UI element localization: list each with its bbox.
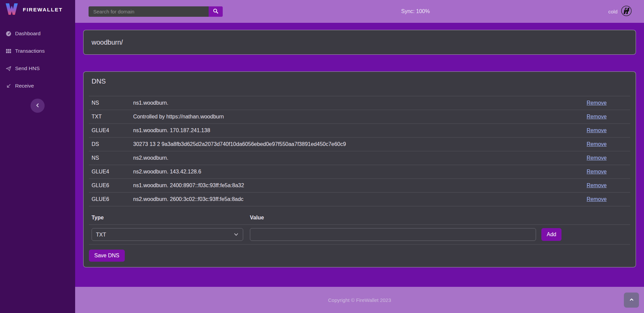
sidebar-item-label: Receive [15, 83, 34, 89]
record-type: GLUE6 [89, 179, 130, 193]
record-type: GLUE4 [89, 124, 130, 138]
add-record-button[interactable]: Add [541, 228, 561, 241]
domain-title: woodburn/ [92, 36, 628, 49]
sidebar-item-label: Dashboard [15, 31, 41, 37]
save-dns-button[interactable]: Save DNS [89, 250, 125, 262]
record-value: ns2.woodburn. 2600:3c02::f03c:93ff:fe5a:… [130, 193, 584, 206]
record-type: GLUE6 [89, 193, 130, 206]
table-row: NS ns2.woodburn. Remove [89, 151, 630, 165]
record-type: GLUE4 [89, 165, 130, 179]
record-remove-link[interactable]: Remove [587, 141, 607, 147]
dns-card: DNS NS ns1.woodburn. Remove TXT Controll… [83, 71, 636, 267]
table-row: DS 30273 13 2 9a3a8fb3d625d2a2073d740f10… [89, 138, 630, 151]
dashboard-icon [6, 31, 11, 37]
main-column: Sync: 100% cold [75, 0, 644, 313]
record-value: ns1.woodburn. 2400:8907::f03c:93ff:fe5a:… [130, 179, 584, 193]
search-button[interactable] [209, 6, 223, 17]
record-value: ns2.woodburn. 143.42.128.6 [130, 165, 584, 179]
record-type-select[interactable]: TXT [92, 228, 243, 241]
add-record-form: Type Value TXT [89, 206, 630, 245]
record-value: Controlled by https://nathan.woodburn [130, 110, 584, 124]
record-type: TXT [89, 110, 130, 124]
record-value-input[interactable] [250, 228, 536, 241]
record-remove-link[interactable]: Remove [587, 169, 607, 174]
table-row: TXT Controlled by https://nathan.woodbur… [89, 110, 630, 124]
receive-icon [6, 83, 11, 89]
sidebar-nav: Dashboard Transactions Send HNS [0, 25, 75, 95]
search-input[interactable] [89, 6, 209, 17]
sidebar-item-label: Send HNS [15, 65, 40, 71]
table-row: GLUE6 ns2.woodburn. 2600:3c02::f03c:93ff… [89, 193, 630, 206]
firewallet-logo-icon [5, 3, 19, 16]
record-remove-link[interactable]: Remove [587, 114, 607, 119]
table-row: GLUE4 ns2.woodburn. 143.42.128.6 Remove [89, 165, 630, 179]
type-select-cell: TXT [89, 225, 247, 245]
value-input-cell: Add [247, 225, 630, 245]
record-remove-link[interactable]: Remove [587, 182, 607, 188]
sidebar-item-label: Transactions [15, 48, 45, 54]
record-value: ns2.woodburn. [130, 151, 584, 165]
brand: FIREWALLET [0, 0, 75, 19]
record-value: 30273 13 2 9a3a8fb3d625d2a2073d740f10da6… [130, 138, 584, 151]
dns-records-body: NS ns1.woodburn. Remove TXT Controlled b… [89, 96, 630, 206]
sidebar-item-dashboard[interactable]: Dashboard [0, 25, 75, 42]
dns-records-table: NS ns1.woodburn. Remove TXT Controlled b… [89, 96, 630, 206]
domain-card: woodburn/ [83, 30, 636, 55]
chevron-left-icon [36, 103, 40, 108]
brand-title: FIREWALLET [23, 7, 63, 13]
value-column-header: Value [247, 206, 630, 225]
sync-status: Sync: 100% [401, 8, 430, 14]
search-icon [213, 8, 218, 15]
sidebar-item-transactions[interactable]: Transactions [0, 42, 75, 60]
record-type: DS [89, 138, 130, 151]
record-value: ns1.woodburn. [130, 96, 584, 110]
type-column-header: Type [89, 206, 247, 225]
record-type: NS [89, 151, 130, 165]
sidebar-item-send-hns[interactable]: Send HNS [0, 60, 75, 77]
record-value: ns1.woodburn. 170.187.241.138 [130, 124, 584, 138]
sidebar: FIREWALLET Dashboard T [0, 0, 75, 313]
content: woodburn/ DNS NS ns1.woodburn. Remove TX… [75, 23, 644, 287]
transactions-icon [6, 48, 11, 54]
record-type: NS [89, 96, 130, 110]
chevron-up-icon [629, 297, 634, 303]
table-row: GLUE6 ns1.woodburn. 2400:8907::f03c:93ff… [89, 179, 630, 193]
record-remove-link[interactable]: Remove [587, 127, 607, 133]
record-remove-link[interactable]: Remove [587, 155, 607, 161]
scroll-to-top-button[interactable] [624, 293, 639, 308]
sidebar-item-receive[interactable]: Receive [0, 77, 75, 95]
domain-search [89, 6, 223, 17]
wallet-name: cold [608, 9, 618, 14]
table-row: GLUE4 ns1.woodburn. 170.187.241.138 Remo… [89, 124, 630, 138]
topbar: Sync: 100% cold [75, 0, 644, 23]
send-icon [6, 66, 11, 71]
copyright-text: Copyright © FireWallet 2023 [328, 297, 391, 303]
sidebar-collapse-button[interactable] [31, 99, 45, 113]
table-row: NS ns1.woodburn. Remove [89, 96, 630, 110]
record-remove-link[interactable]: Remove [587, 100, 607, 106]
record-remove-link[interactable]: Remove [587, 196, 607, 202]
handshake-logo-icon [621, 5, 632, 18]
footer: Copyright © FireWallet 2023 [75, 287, 644, 313]
wallet-indicator: cold [608, 5, 632, 18]
dns-section-title: DNS [92, 77, 630, 85]
